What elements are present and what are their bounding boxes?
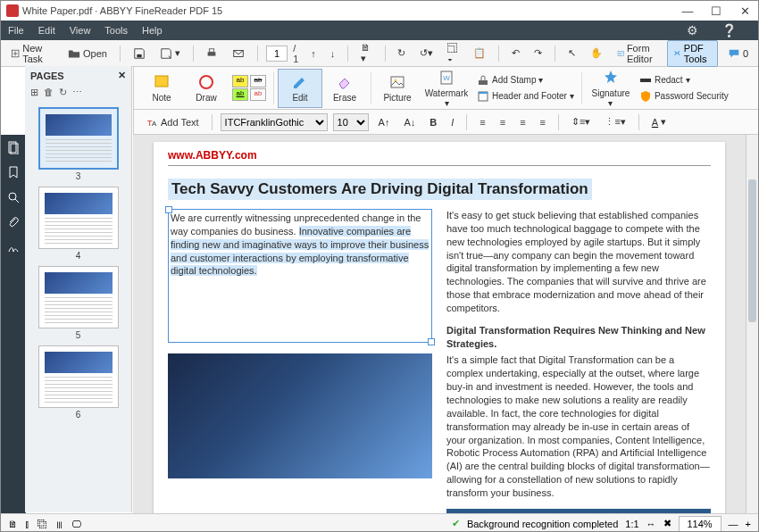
fit-width-icon[interactable]: ↔ <box>646 519 656 529</box>
vertical-scrollbar[interactable] <box>746 135 758 513</box>
italic-button[interactable]: I <box>446 114 458 130</box>
add-text-button[interactable]: TA Add Text <box>141 113 204 131</box>
window-minimize[interactable]: — <box>680 4 696 18</box>
line-spacing-button[interactable]: ⇕≡▾ <box>567 113 595 130</box>
svg-rect-6 <box>155 76 168 87</box>
email-button[interactable] <box>228 45 249 62</box>
align-justify-button[interactable]: ≡ <box>536 114 550 130</box>
pages-panel-close[interactable]: ✕ <box>118 70 126 81</box>
strikethrough-button[interactable]: ab <box>250 75 266 87</box>
pointer-button[interactable]: ↖ <box>563 45 580 62</box>
svg-rect-8 <box>391 77 404 87</box>
text-edit-box[interactable]: We are currently witnessing unprecedente… <box>168 209 432 343</box>
svg-text:A: A <box>152 119 157 127</box>
bookmarks-tab-icon[interactable] <box>6 165 21 179</box>
pdf-tools-button[interactable]: PDF Tools <box>667 40 718 67</box>
menu-edit[interactable]: Edit <box>38 25 55 36</box>
delete-page-icon[interactable]: 🗑 <box>44 87 54 98</box>
zoom-out-button[interactable]: — <box>729 519 738 529</box>
save-button[interactable] <box>129 45 150 62</box>
picture-button[interactable]: Picture <box>375 69 420 108</box>
more-page-icon[interactable]: ⋯ <box>72 87 82 98</box>
scrollbar-thumb[interactable] <box>748 179 756 322</box>
signature-button[interactable]: Signature▾ <box>586 69 636 108</box>
increase-font-button[interactable]: A↑ <box>374 114 395 130</box>
open-button[interactable]: Open <box>63 45 112 62</box>
bullets-button[interactable]: ⋮≡▾ <box>600 113 630 130</box>
add-page-icon[interactable]: ⊞ <box>30 87 38 98</box>
align-center-button[interactable]: ≡ <box>496 114 510 130</box>
page-up-button[interactable]: ↑ <box>306 46 321 62</box>
page-down-button[interactable]: ↓ <box>326 46 340 62</box>
form-editor-button[interactable]: Form Editor <box>613 40 663 67</box>
search-tab-icon[interactable] <box>6 190 21 204</box>
highlight-green-button[interactable]: ab <box>232 88 248 101</box>
zoom-input[interactable] <box>679 516 721 532</box>
add-stamp-button[interactable]: Add Stamp▾ <box>473 73 578 87</box>
view-two-page-icon[interactable]: ⿻ <box>38 519 47 529</box>
password-security-button[interactable]: Password Security <box>636 89 732 104</box>
rotate-right-button[interactable]: ↺▾ <box>415 45 438 62</box>
page-thumbnail[interactable] <box>38 187 119 249</box>
menu-tools[interactable]: Tools <box>104 25 128 36</box>
clipboard-button[interactable]: 📋 <box>469 45 490 62</box>
page-number-input[interactable] <box>266 46 288 62</box>
save-as-button[interactable]: ▾ <box>155 45 185 62</box>
zoom-ratio[interactable]: 1:1 <box>625 519 638 529</box>
subheading[interactable]: Digital Transformation Requires New Thin… <box>446 324 711 351</box>
note-button[interactable]: Note <box>139 69 184 108</box>
header-footer-button[interactable]: Header and Footer▾ <box>473 89 578 104</box>
paragraph[interactable]: It's easy to get stuck believing that es… <box>446 209 711 315</box>
new-task-button[interactable]: New Task <box>6 40 58 67</box>
page-total: / 1 <box>293 43 301 64</box>
edit-button[interactable]: Edit <box>278 69 322 108</box>
help-icon[interactable]: ❔ <box>721 23 737 37</box>
signatures-tab-icon[interactable] <box>6 240 21 254</box>
svg-rect-15 <box>640 79 651 82</box>
view-book-icon[interactable]: ⫼ <box>54 519 64 529</box>
highlight-yellow-button[interactable]: ab <box>232 75 248 87</box>
redo-button[interactable]: ↷ <box>530 45 546 62</box>
print-button[interactable] <box>201 45 222 62</box>
insert-text-button[interactable]: ab <box>250 88 266 101</box>
arrange-button[interactable]: ⿹▾ <box>443 40 463 67</box>
align-left-button[interactable]: ≡ <box>475 114 489 130</box>
svg-rect-5 <box>618 51 623 55</box>
pages-tab-icon[interactable] <box>6 140 21 154</box>
svg-rect-3 <box>210 48 214 52</box>
fit-page-icon[interactable]: ✖ <box>663 518 671 529</box>
view-continuous-icon[interactable]: ⫿ <box>25 519 30 529</box>
window-close[interactable]: ✕ <box>737 4 753 18</box>
menu-help[interactable]: Help <box>142 25 163 36</box>
view-fullscreen-icon[interactable]: 🖵 <box>71 519 81 529</box>
document-view[interactable]: www.ABBYY.com Tech Savvy Customers Are D… <box>133 135 746 513</box>
align-right-button[interactable]: ≡ <box>515 114 530 130</box>
font-select[interactable]: ITCFranklinGothic <box>221 113 328 131</box>
paragraph[interactable]: It's a simple fact that Digital Transfor… <box>446 353 711 499</box>
page-thumbnail[interactable] <box>38 345 119 408</box>
rotate-left-button[interactable]: ↻ <box>393 45 410 62</box>
page-menu-button[interactable]: 🗎▾ <box>356 39 377 67</box>
draw-button[interactable]: Draw <box>184 69 229 108</box>
attachments-tab-icon[interactable] <box>6 215 21 229</box>
comments-button[interactable]: 0 <box>723 45 753 62</box>
view-single-icon[interactable]: 🗎 <box>8 519 18 529</box>
bold-button[interactable]: B <box>425 114 441 130</box>
hand-button[interactable]: ✋ <box>586 45 607 62</box>
font-size-select[interactable]: 10 <box>333 113 369 131</box>
page-thumbnail[interactable] <box>38 107 119 170</box>
watermark-button[interactable]: W Watermark▾ <box>420 69 473 108</box>
menu-view[interactable]: View <box>70 25 91 36</box>
font-color-button[interactable]: A▾ <box>647 113 671 130</box>
settings-icon[interactable]: ⚙ <box>687 23 698 37</box>
page-thumbnail[interactable] <box>38 266 119 328</box>
erase-button[interactable]: Erase <box>322 69 367 108</box>
window-maximize[interactable]: ☐ <box>708 4 724 18</box>
zoom-in-button[interactable]: + <box>746 519 751 529</box>
rotate-page-icon[interactable]: ↻ <box>59 87 67 98</box>
redact-button[interactable]: Redact▾ <box>636 73 732 87</box>
undo-button[interactable]: ↶ <box>507 45 524 62</box>
decrease-font-button[interactable]: A↓ <box>399 114 420 130</box>
document-heading[interactable]: Tech Savvy Customers Are Driving Digital… <box>168 179 592 200</box>
menu-file[interactable]: File <box>8 25 24 36</box>
